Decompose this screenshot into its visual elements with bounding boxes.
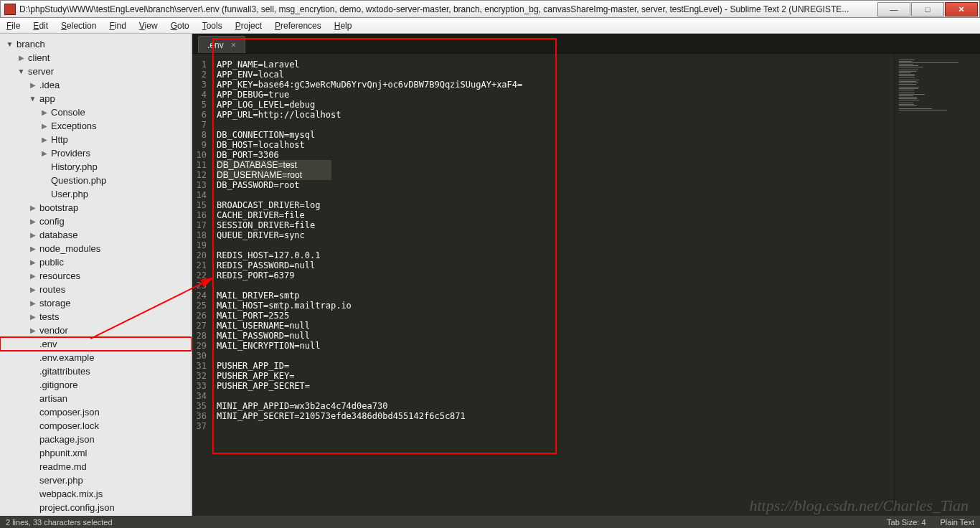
- window-title: D:\phpStudy\WWW\testEngLevel\branch\serv…: [19, 4, 877, 14]
- tree-item[interactable]: ▶Exceptions: [0, 119, 192, 133]
- tree-item[interactable]: History.php: [0, 160, 192, 174]
- menu-find[interactable]: Find: [103, 21, 132, 31]
- tab-env[interactable]: .env ×: [198, 36, 245, 53]
- editor-area: .env × 1 2 3 4 5 6 7 8 9 10 11 12 13 14 …: [192, 34, 980, 516]
- close-button[interactable]: ×: [945, 2, 978, 16]
- tree-item[interactable]: ▶config: [0, 214, 192, 228]
- tab-close-icon[interactable]: ×: [231, 39, 237, 50]
- tree-item[interactable]: webpack.mix.js: [0, 487, 192, 501]
- minimize-button[interactable]: —: [877, 2, 910, 16]
- tree-item[interactable]: ▼server: [0, 65, 192, 78]
- tree-item[interactable]: readme.md: [0, 460, 192, 473]
- tree-item[interactable]: phpunit.xml: [0, 446, 192, 460]
- tree-item[interactable]: composer.json: [0, 405, 192, 419]
- status-selection: 2 lines, 33 characters selected: [6, 518, 113, 527]
- tree-item[interactable]: ▶Http: [0, 133, 192, 146]
- tree-item[interactable]: ▶bootstrap: [0, 201, 192, 214]
- tree-item[interactable]: package.json: [0, 433, 192, 446]
- gutter: 1 2 3 4 5 6 7 8 9 10 11 12 13 14 15 16 1…: [192, 54, 211, 516]
- menu-view[interactable]: View: [133, 21, 164, 31]
- menubar: FileEditSelectionFindViewGotoToolsProjec…: [0, 18, 980, 34]
- tree-item[interactable]: ▶routes: [0, 283, 192, 296]
- tree-item[interactable]: ▶vendor: [0, 324, 192, 337]
- menu-tools[interactable]: Tools: [196, 21, 229, 31]
- menu-selection[interactable]: Selection: [55, 21, 103, 31]
- tree-item[interactable]: composer.lock: [0, 419, 192, 433]
- tree-item[interactable]: .gitignore: [0, 378, 192, 392]
- tree-item[interactable]: .env.example: [0, 351, 192, 364]
- tree-item[interactable]: ▶client: [0, 51, 192, 65]
- window-titlebar: D:\phpStudy\WWW\testEngLevel\branch\serv…: [0, 0, 980, 18]
- tree-item[interactable]: ▼app: [0, 92, 192, 105]
- minimap[interactable]: [894, 54, 980, 516]
- status-tabsize[interactable]: Tab Size: 4: [887, 518, 925, 527]
- tree-item[interactable]: ▶tests: [0, 310, 192, 324]
- tree-item[interactable]: server.php: [0, 473, 192, 487]
- code-editor[interactable]: APP_NAME=Laravel APP_ENV=local APP_KEY=b…: [211, 54, 894, 516]
- maximize-button[interactable]: □: [911, 2, 944, 16]
- tree-item[interactable]: artisan: [0, 392, 192, 405]
- tab-label: .env: [207, 40, 224, 50]
- tree-item[interactable]: ▶Providers: [0, 146, 192, 160]
- tree-item[interactable]: ▶database: [0, 228, 192, 242]
- tree-item[interactable]: .gitattributes: [0, 364, 192, 378]
- status-syntax[interactable]: Plain Text: [941, 518, 975, 527]
- tree-item[interactable]: User.php: [0, 187, 192, 201]
- tree-item[interactable]: ▶.idea: [0, 78, 192, 92]
- tree-item[interactable]: Question.php: [0, 174, 192, 187]
- tree-item[interactable]: ▶Console: [0, 105, 192, 119]
- menu-edit[interactable]: Edit: [27, 21, 55, 31]
- tree-item[interactable]: ▶node_modules: [0, 242, 192, 255]
- tree-item[interactable]: .env: [0, 337, 192, 351]
- workspace: ▼branch▶client▼server▶.idea▼app▶Console▶…: [0, 34, 980, 516]
- menu-file[interactable]: File: [0, 21, 27, 31]
- editor-wrap: 1 2 3 4 5 6 7 8 9 10 11 12 13 14 15 16 1…: [192, 54, 980, 516]
- menu-help[interactable]: Help: [328, 21, 359, 31]
- tree-item[interactable]: ▶public: [0, 255, 192, 269]
- window-buttons: — □ ×: [877, 2, 978, 16]
- menu-project[interactable]: Project: [229, 21, 268, 31]
- app-icon: [4, 4, 16, 15]
- sidebar[interactable]: ▼branch▶client▼server▶.idea▼app▶Console▶…: [0, 34, 192, 516]
- tree-item[interactable]: ▼branch: [0, 37, 192, 51]
- tabstrip: .env ×: [192, 34, 980, 54]
- statusbar: 2 lines, 33 characters selected Tab Size…: [0, 516, 980, 528]
- tree-item[interactable]: ▶resources: [0, 269, 192, 283]
- tree-item[interactable]: project.config.json: [0, 501, 192, 514]
- menu-preferences[interactable]: Preferences: [268, 21, 328, 31]
- menu-goto[interactable]: Goto: [164, 21, 196, 31]
- tree-item[interactable]: ▶storage: [0, 296, 192, 310]
